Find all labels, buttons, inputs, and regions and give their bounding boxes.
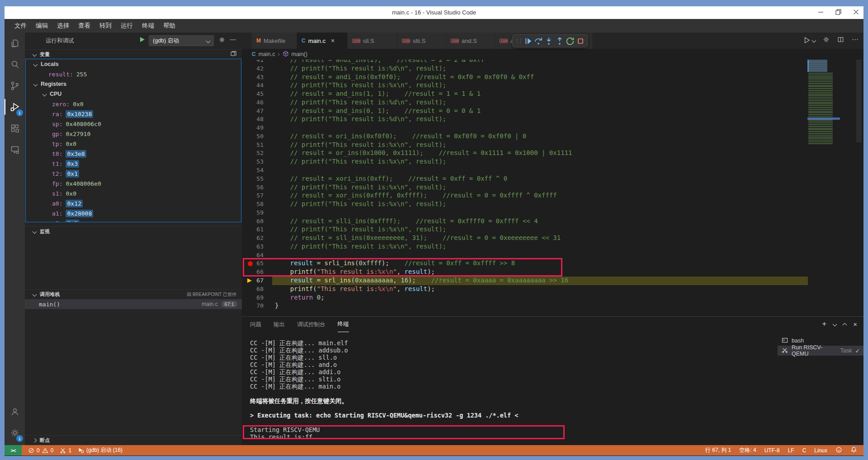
tab-main.c[interactable]: Cmain.c× (297, 33, 348, 49)
launch-config-dropdown[interactable]: (gdb) 启动 (149, 35, 214, 46)
code-line[interactable]: 53 // printf("This result is:%x\n", resu… (242, 158, 863, 166)
feedback-icon[interactable] (835, 446, 842, 455)
panel-tab-调试控制台[interactable]: 调试控制台 (297, 317, 326, 332)
variable-row[interactable]: gp:0x27910 (26, 129, 241, 139)
problems-indicator[interactable]: 0 0 (28, 447, 53, 454)
run-or-debug-icon[interactable] (803, 36, 816, 44)
variable-row[interactable]: a1:0x28008 (26, 208, 241, 218)
menu-item-选择[interactable]: 选择 (52, 19, 74, 33)
menu-item-转到[interactable]: 转到 (95, 19, 116, 33)
variable-row[interactable]: t2:0x1 (26, 169, 241, 178)
menu-item-文件[interactable]: 文件 (10, 19, 31, 33)
code-line[interactable]: 50 // result = ori_ins(0xf0f0); //result… (242, 132, 863, 141)
variable-row[interactable]: tp:0x0 (26, 139, 241, 149)
step-over-button[interactable] (533, 36, 543, 47)
code-line[interactable]: 54 (242, 166, 863, 175)
variable-row[interactable]: s1:0x0 (26, 188, 241, 198)
variable-row[interactable]: zero:0x0 (26, 99, 241, 109)
tab-sll.S[interactable]: ASMsll.S (348, 33, 397, 49)
code-line[interactable]: 69 return 0; (242, 294, 863, 302)
settings-gear-icon[interactable]: 1 (5, 422, 25, 443)
code-line[interactable]: 44 // printf("This result is:%x\n", resu… (242, 81, 863, 90)
source-control-icon[interactable] (5, 75, 25, 96)
split-editor-icon[interactable] (837, 36, 844, 45)
code-line[interactable]: 45 // result = and_ins(1, 1); //result =… (242, 90, 863, 99)
stop-button[interactable] (576, 36, 585, 47)
variable-row[interactable]: CPU (26, 89, 241, 99)
start-debug-icon[interactable] (139, 36, 146, 44)
extensions-icon[interactable] (5, 117, 25, 139)
variable-row[interactable]: Locals (26, 59, 241, 69)
code-line[interactable]: 70} (242, 302, 863, 310)
panel-tab-输出[interactable]: 输出 (274, 317, 285, 332)
code-line[interactable]: 63 // printf("This result is:%x\n", resu… (242, 243, 863, 251)
code-line[interactable]: 56 // printf("This result is:%x\n", resu… (242, 183, 863, 192)
code-line[interactable]: 46 // printf("This result is:%d\n", resu… (242, 99, 863, 107)
code-line[interactable]: 62 // result = sll_ins(0xeeeeeeee, 31); … (242, 234, 863, 243)
new-terminal-icon[interactable]: + (822, 319, 826, 329)
variable-row[interactable]: Registers (26, 79, 241, 89)
continue-button[interactable] (523, 36, 533, 47)
more-actions-icon[interactable]: ··· (230, 36, 236, 43)
restore-button[interactable] (835, 9, 841, 16)
more-actions-icon[interactable] (851, 36, 859, 45)
open-panel-icon[interactable] (230, 51, 236, 58)
menu-item-帮助[interactable]: 帮助 (159, 19, 180, 33)
variable-row[interactable]: ra:0x10238 (26, 109, 241, 119)
editor-settings-gear-icon[interactable] (822, 36, 830, 45)
breadcrumb-symbol[interactable]: main() (292, 51, 307, 57)
close-button[interactable] (853, 9, 859, 16)
remote-explorer-icon[interactable] (5, 139, 25, 160)
tab-slti.S[interactable]: ASMslti.S (397, 33, 446, 49)
code-line[interactable]: 55 // result = xori_ins(0xff); //result … (242, 175, 863, 183)
code-line[interactable]: 52 // result = or_ins(0x1000, 0x1111); /… (242, 149, 863, 158)
close-panel-icon[interactable]: × (853, 320, 857, 328)
debug-settings-gear-icon[interactable] (218, 36, 226, 45)
language-mode[interactable]: C (802, 447, 807, 454)
variable-row[interactable]: a2:0x1 (26, 218, 241, 222)
variable-row[interactable]: sp:0x408006c0 (26, 119, 241, 129)
variable-row[interactable]: t1:0x3 (26, 159, 241, 169)
search-icon[interactable] (5, 54, 25, 75)
scissors-indicator[interactable]: 1 (60, 447, 71, 454)
remote-os-label[interactable]: Linux (814, 447, 827, 454)
call-stack-section-header[interactable]: 调用堆栈 因 BREAKPOINT 已暂停 (25, 289, 242, 299)
breadcrumb[interactable]: C main.c › main() (242, 49, 863, 60)
breadcrumb-file[interactable]: main.c (259, 51, 275, 57)
step-into-button[interactable] (544, 36, 554, 47)
call-stack-frame[interactable]: main()main.c67:1 (25, 299, 242, 309)
cursor-position[interactable]: 行 67, 列 1 (705, 446, 731, 454)
step-out-button[interactable] (555, 36, 565, 47)
code-line[interactable]: 47 // result = and_ins(0, 1); //result =… (242, 107, 863, 116)
code-line[interactable]: 59 (242, 209, 863, 217)
drag-grip-icon[interactable]: ⋮⋮ (514, 38, 522, 44)
code-line[interactable]: 67 result = srl_ins(0xaaaaaaaa, 16); //r… (242, 277, 863, 285)
restart-button[interactable] (565, 36, 575, 47)
remote-indicator[interactable]: >< (5, 445, 22, 455)
menu-item-运行[interactable]: 运行 (116, 19, 137, 33)
code-line[interactable]: 48 // printf("This result is:%d\n", resu… (242, 115, 863, 124)
close-icon[interactable]: × (331, 37, 335, 44)
code-line[interactable]: 49 (242, 124, 863, 132)
terminal-list-item[interactable]: Run RISCV-QEMUTask✓ (778, 346, 863, 356)
code-line[interactable]: 68 printf("This result is:%x\n", result)… (242, 285, 863, 294)
indentation-setting[interactable]: 空格: 4 (739, 446, 756, 454)
panel-tab-问题[interactable]: 问题 (250, 317, 261, 332)
terminal-dropdown-icon[interactable] (833, 322, 837, 326)
variable-row[interactable]: a0:0x12 (26, 198, 241, 208)
menu-item-编辑[interactable]: 编辑 (31, 19, 52, 33)
menu-item-查看[interactable]: 查看 (74, 19, 95, 33)
debug-session-indicator[interactable]: (gdb) 启动 (16) (78, 446, 123, 454)
code-line[interactable]: 43 // result = andi_ins(0xf0f0); //resul… (242, 73, 863, 82)
code-line[interactable]: 51 // printf("This result is:%x\n", resu… (242, 141, 863, 150)
minimize-button[interactable] (818, 9, 824, 16)
watch-section-header[interactable]: 监视 (25, 226, 242, 236)
code-line[interactable]: 58 // printf("This result is:%x\n", resu… (242, 200, 863, 209)
maximize-panel-icon[interactable] (843, 323, 847, 327)
eol-setting[interactable]: LF (788, 447, 794, 454)
account-icon[interactable] (5, 401, 25, 422)
tab-and.S[interactable]: ASMand.S (446, 33, 495, 49)
variable-row[interactable]: fp:0x408006e0 (26, 178, 241, 188)
tab-Makefile[interactable]: MMakefile (252, 33, 297, 49)
code-editor[interactable]: 41 // result = andi_ins(2); //result = 2… (242, 56, 863, 316)
